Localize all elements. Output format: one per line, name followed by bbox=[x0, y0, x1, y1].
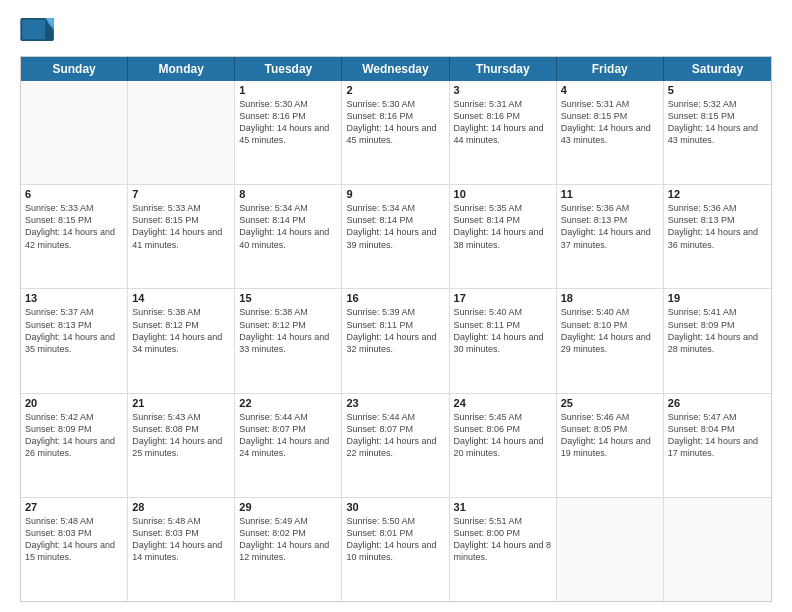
day-number: 8 bbox=[239, 188, 337, 200]
day-info: Sunrise: 5:42 AM Sunset: 8:09 PM Dayligh… bbox=[25, 411, 123, 460]
day-cell-22: 22Sunrise: 5:44 AM Sunset: 8:07 PM Dayli… bbox=[235, 394, 342, 497]
calendar-header: SundayMondayTuesdayWednesdayThursdayFrid… bbox=[21, 57, 771, 81]
day-number: 23 bbox=[346, 397, 444, 409]
day-cell-29: 29Sunrise: 5:49 AM Sunset: 8:02 PM Dayli… bbox=[235, 498, 342, 601]
day-cell-26: 26Sunrise: 5:47 AM Sunset: 8:04 PM Dayli… bbox=[664, 394, 771, 497]
header-day-monday: Monday bbox=[128, 57, 235, 81]
day-number: 12 bbox=[668, 188, 767, 200]
day-number: 18 bbox=[561, 292, 659, 304]
calendar-body: 1Sunrise: 5:30 AM Sunset: 8:16 PM Daylig… bbox=[21, 81, 771, 601]
day-info: Sunrise: 5:38 AM Sunset: 8:12 PM Dayligh… bbox=[132, 306, 230, 355]
day-info: Sunrise: 5:45 AM Sunset: 8:06 PM Dayligh… bbox=[454, 411, 552, 460]
day-number: 4 bbox=[561, 84, 659, 96]
day-cell-6: 6Sunrise: 5:33 AM Sunset: 8:15 PM Daylig… bbox=[21, 185, 128, 288]
day-number: 27 bbox=[25, 501, 123, 513]
day-cell-20: 20Sunrise: 5:42 AM Sunset: 8:09 PM Dayli… bbox=[21, 394, 128, 497]
day-cell-28: 28Sunrise: 5:48 AM Sunset: 8:03 PM Dayli… bbox=[128, 498, 235, 601]
day-info: Sunrise: 5:39 AM Sunset: 8:11 PM Dayligh… bbox=[346, 306, 444, 355]
day-number: 5 bbox=[668, 84, 767, 96]
day-cell-5: 5Sunrise: 5:32 AM Sunset: 8:15 PM Daylig… bbox=[664, 81, 771, 184]
day-info: Sunrise: 5:34 AM Sunset: 8:14 PM Dayligh… bbox=[346, 202, 444, 251]
day-info: Sunrise: 5:30 AM Sunset: 8:16 PM Dayligh… bbox=[239, 98, 337, 147]
day-cell-16: 16Sunrise: 5:39 AM Sunset: 8:11 PM Dayli… bbox=[342, 289, 449, 392]
empty-cell bbox=[557, 498, 664, 601]
day-number: 31 bbox=[454, 501, 552, 513]
logo-icon bbox=[20, 18, 56, 48]
day-number: 26 bbox=[668, 397, 767, 409]
day-cell-18: 18Sunrise: 5:40 AM Sunset: 8:10 PM Dayli… bbox=[557, 289, 664, 392]
day-number: 9 bbox=[346, 188, 444, 200]
day-info: Sunrise: 5:40 AM Sunset: 8:10 PM Dayligh… bbox=[561, 306, 659, 355]
day-cell-7: 7Sunrise: 5:33 AM Sunset: 8:15 PM Daylig… bbox=[128, 185, 235, 288]
day-cell-15: 15Sunrise: 5:38 AM Sunset: 8:12 PM Dayli… bbox=[235, 289, 342, 392]
day-info: Sunrise: 5:44 AM Sunset: 8:07 PM Dayligh… bbox=[239, 411, 337, 460]
day-info: Sunrise: 5:43 AM Sunset: 8:08 PM Dayligh… bbox=[132, 411, 230, 460]
logo bbox=[20, 18, 60, 48]
header-day-wednesday: Wednesday bbox=[342, 57, 449, 81]
day-cell-27: 27Sunrise: 5:48 AM Sunset: 8:03 PM Dayli… bbox=[21, 498, 128, 601]
day-number: 10 bbox=[454, 188, 552, 200]
day-info: Sunrise: 5:50 AM Sunset: 8:01 PM Dayligh… bbox=[346, 515, 444, 564]
day-info: Sunrise: 5:44 AM Sunset: 8:07 PM Dayligh… bbox=[346, 411, 444, 460]
day-cell-3: 3Sunrise: 5:31 AM Sunset: 8:16 PM Daylig… bbox=[450, 81, 557, 184]
day-cell-8: 8Sunrise: 5:34 AM Sunset: 8:14 PM Daylig… bbox=[235, 185, 342, 288]
day-cell-11: 11Sunrise: 5:36 AM Sunset: 8:13 PM Dayli… bbox=[557, 185, 664, 288]
day-cell-14: 14Sunrise: 5:38 AM Sunset: 8:12 PM Dayli… bbox=[128, 289, 235, 392]
day-info: Sunrise: 5:31 AM Sunset: 8:15 PM Dayligh… bbox=[561, 98, 659, 147]
day-info: Sunrise: 5:30 AM Sunset: 8:16 PM Dayligh… bbox=[346, 98, 444, 147]
calendar: SundayMondayTuesdayWednesdayThursdayFrid… bbox=[20, 56, 772, 602]
week-row-3: 20Sunrise: 5:42 AM Sunset: 8:09 PM Dayli… bbox=[21, 394, 771, 498]
week-row-0: 1Sunrise: 5:30 AM Sunset: 8:16 PM Daylig… bbox=[21, 81, 771, 185]
svg-rect-2 bbox=[22, 20, 45, 39]
day-cell-13: 13Sunrise: 5:37 AM Sunset: 8:13 PM Dayli… bbox=[21, 289, 128, 392]
empty-cell bbox=[664, 498, 771, 601]
day-number: 6 bbox=[25, 188, 123, 200]
day-cell-19: 19Sunrise: 5:41 AM Sunset: 8:09 PM Dayli… bbox=[664, 289, 771, 392]
day-cell-4: 4Sunrise: 5:31 AM Sunset: 8:15 PM Daylig… bbox=[557, 81, 664, 184]
day-number: 28 bbox=[132, 501, 230, 513]
day-cell-21: 21Sunrise: 5:43 AM Sunset: 8:08 PM Dayli… bbox=[128, 394, 235, 497]
day-info: Sunrise: 5:38 AM Sunset: 8:12 PM Dayligh… bbox=[239, 306, 337, 355]
day-cell-24: 24Sunrise: 5:45 AM Sunset: 8:06 PM Dayli… bbox=[450, 394, 557, 497]
day-info: Sunrise: 5:41 AM Sunset: 8:09 PM Dayligh… bbox=[668, 306, 767, 355]
empty-cell bbox=[128, 81, 235, 184]
day-number: 14 bbox=[132, 292, 230, 304]
day-cell-9: 9Sunrise: 5:34 AM Sunset: 8:14 PM Daylig… bbox=[342, 185, 449, 288]
week-row-4: 27Sunrise: 5:48 AM Sunset: 8:03 PM Dayli… bbox=[21, 498, 771, 601]
day-info: Sunrise: 5:31 AM Sunset: 8:16 PM Dayligh… bbox=[454, 98, 552, 147]
day-number: 25 bbox=[561, 397, 659, 409]
day-info: Sunrise: 5:48 AM Sunset: 8:03 PM Dayligh… bbox=[132, 515, 230, 564]
day-number: 19 bbox=[668, 292, 767, 304]
day-info: Sunrise: 5:37 AM Sunset: 8:13 PM Dayligh… bbox=[25, 306, 123, 355]
day-number: 7 bbox=[132, 188, 230, 200]
header bbox=[20, 18, 772, 48]
day-info: Sunrise: 5:34 AM Sunset: 8:14 PM Dayligh… bbox=[239, 202, 337, 251]
day-number: 15 bbox=[239, 292, 337, 304]
day-cell-25: 25Sunrise: 5:46 AM Sunset: 8:05 PM Dayli… bbox=[557, 394, 664, 497]
day-info: Sunrise: 5:33 AM Sunset: 8:15 PM Dayligh… bbox=[132, 202, 230, 251]
day-info: Sunrise: 5:51 AM Sunset: 8:00 PM Dayligh… bbox=[454, 515, 552, 564]
day-number: 1 bbox=[239, 84, 337, 96]
day-info: Sunrise: 5:49 AM Sunset: 8:02 PM Dayligh… bbox=[239, 515, 337, 564]
day-cell-17: 17Sunrise: 5:40 AM Sunset: 8:11 PM Dayli… bbox=[450, 289, 557, 392]
day-number: 11 bbox=[561, 188, 659, 200]
header-day-tuesday: Tuesday bbox=[235, 57, 342, 81]
page: SundayMondayTuesdayWednesdayThursdayFrid… bbox=[0, 0, 792, 612]
day-cell-31: 31Sunrise: 5:51 AM Sunset: 8:00 PM Dayli… bbox=[450, 498, 557, 601]
day-cell-30: 30Sunrise: 5:50 AM Sunset: 8:01 PM Dayli… bbox=[342, 498, 449, 601]
day-number: 30 bbox=[346, 501, 444, 513]
day-number: 16 bbox=[346, 292, 444, 304]
day-cell-2: 2Sunrise: 5:30 AM Sunset: 8:16 PM Daylig… bbox=[342, 81, 449, 184]
header-day-thursday: Thursday bbox=[450, 57, 557, 81]
day-number: 29 bbox=[239, 501, 337, 513]
day-cell-10: 10Sunrise: 5:35 AM Sunset: 8:14 PM Dayli… bbox=[450, 185, 557, 288]
week-row-1: 6Sunrise: 5:33 AM Sunset: 8:15 PM Daylig… bbox=[21, 185, 771, 289]
day-info: Sunrise: 5:36 AM Sunset: 8:13 PM Dayligh… bbox=[561, 202, 659, 251]
day-info: Sunrise: 5:47 AM Sunset: 8:04 PM Dayligh… bbox=[668, 411, 767, 460]
day-number: 24 bbox=[454, 397, 552, 409]
day-number: 3 bbox=[454, 84, 552, 96]
day-info: Sunrise: 5:40 AM Sunset: 8:11 PM Dayligh… bbox=[454, 306, 552, 355]
day-number: 17 bbox=[454, 292, 552, 304]
day-info: Sunrise: 5:33 AM Sunset: 8:15 PM Dayligh… bbox=[25, 202, 123, 251]
day-info: Sunrise: 5:32 AM Sunset: 8:15 PM Dayligh… bbox=[668, 98, 767, 147]
